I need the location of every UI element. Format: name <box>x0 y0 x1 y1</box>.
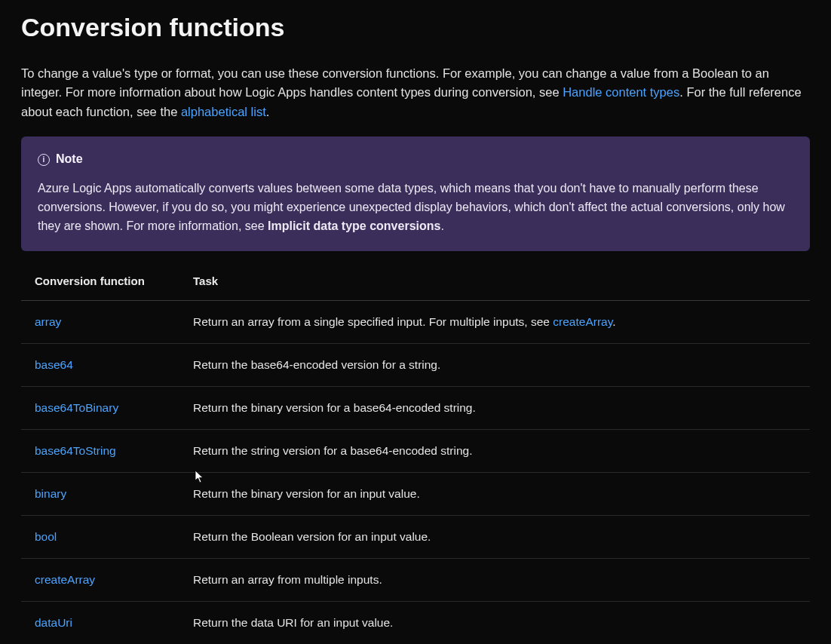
table-row: array Return an array from a single spec… <box>21 300 810 343</box>
task-cell: Return the binary version for an input v… <box>179 472 810 515</box>
table-header-function: Conversion function <box>21 262 179 301</box>
implicit-conversions-link[interactable]: Implicit data type conversions <box>268 219 440 232</box>
info-icon: i <box>38 154 50 166</box>
task-cell: Return the binary version for a base64-e… <box>179 386 810 429</box>
func-link-datauri[interactable]: dataUri <box>35 616 72 629</box>
note-title: Note <box>56 150 83 169</box>
func-link-bool[interactable]: bool <box>35 530 57 543</box>
table-header-task: Task <box>179 262 810 301</box>
intro-paragraph: To change a value's type or format, you … <box>21 64 810 122</box>
func-link-array[interactable]: array <box>35 315 61 328</box>
task-cell: Return the string version for a base64-e… <box>179 429 810 472</box>
alphabetical-list-link[interactable]: alphabetical list <box>181 105 266 118</box>
table-row: base64ToString Return the string version… <box>21 429 810 472</box>
func-link-base64tostring[interactable]: base64ToString <box>35 444 116 457</box>
note-callout: i Note Azure Logic Apps automatically co… <box>21 136 810 250</box>
table-row: dataUri Return the data URI for an input… <box>21 601 810 644</box>
task-text-prefix: Return an array from a single specified … <box>193 315 553 328</box>
task-cell: Return the data URI for an input value. <box>179 601 810 644</box>
task-cell: Return an array from a single specified … <box>179 300 810 343</box>
func-link-base64[interactable]: base64 <box>35 358 73 371</box>
note-body-suffix: . <box>440 219 443 232</box>
page-title: Conversion functions <box>21 8 810 48</box>
table-row: binary Return the binary version for an … <box>21 472 810 515</box>
table-row: bool Return the Boolean version for an i… <box>21 515 810 558</box>
table-row: base64 Return the base64-encoded version… <box>21 343 810 386</box>
func-link-binary[interactable]: binary <box>35 487 66 500</box>
task-text-suffix: . <box>612 315 615 328</box>
intro-text-3: . <box>266 105 270 118</box>
task-cell: Return the Boolean version for an input … <box>179 515 810 558</box>
handle-content-types-link[interactable]: Handle content types <box>563 85 679 99</box>
task-cell: Return an array from multiple inputs. <box>179 558 810 601</box>
task-cell: Return the base64-encoded version for a … <box>179 343 810 386</box>
func-link-base64tobinary[interactable]: base64ToBinary <box>35 401 118 414</box>
table-row: base64ToBinary Return the binary version… <box>21 386 810 429</box>
note-body: Azure Logic Apps automatically converts … <box>38 179 793 235</box>
table-row: createArray Return an array from multipl… <box>21 558 810 601</box>
func-link-createarray[interactable]: createArray <box>35 573 95 586</box>
func-link-createarray-inline[interactable]: createArray <box>553 315 612 328</box>
conversion-functions-table: Conversion function Task array Return an… <box>21 262 810 644</box>
